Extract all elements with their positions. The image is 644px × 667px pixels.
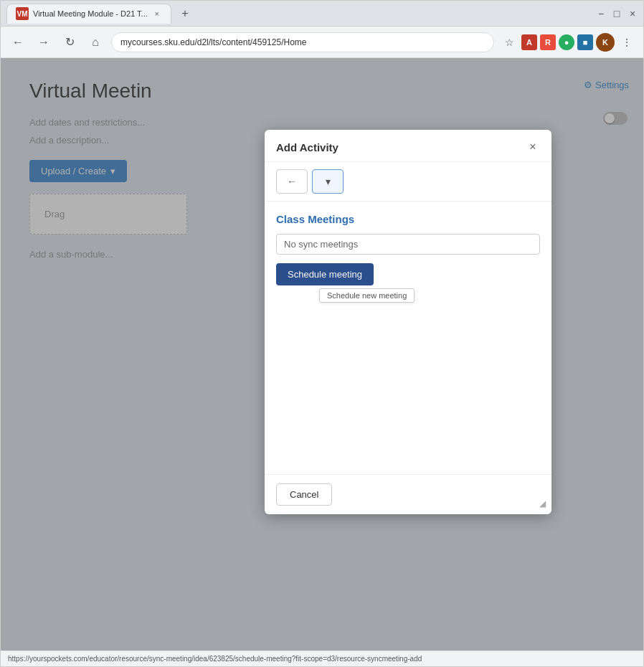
- schedule-tooltip: Schedule new meeting: [319, 288, 415, 303]
- more-options-button[interactable]: ⋮: [617, 33, 636, 52]
- toolbar-icons: ☆ A R ● ■ K ⋮: [500, 33, 636, 52]
- restore-button[interactable]: □: [612, 9, 622, 19]
- bitwarden-extension-icon[interactable]: R: [540, 34, 556, 50]
- tab-favicon: VM: [16, 7, 29, 20]
- address-input[interactable]: [111, 32, 494, 52]
- title-bar: VM Virtual Meeting Module - D21 T... × +…: [1, 1, 643, 27]
- back-button[interactable]: ←: [8, 32, 28, 52]
- minimize-button[interactable]: −: [596, 9, 606, 19]
- window-controls: − □ ×: [596, 9, 638, 19]
- back-arrow-icon: ←: [287, 176, 297, 187]
- status-bar: https://yourspockets.com/educator/resour…: [1, 651, 643, 666]
- section-title: Class Meetings: [276, 213, 540, 225]
- status-url: https://yourspockets.com/educator/resour…: [8, 655, 422, 663]
- tab-close-btn[interactable]: ×: [152, 9, 162, 19]
- tab-selector: ← ▾: [265, 162, 551, 202]
- address-bar: ← → ↻ ⌂ ☆ A R ● ■ K ⋮: [1, 27, 643, 58]
- blue-extension-icon[interactable]: ■: [577, 34, 593, 50]
- modal-body: Class Meetings Schedule meeting Schedule…: [265, 202, 551, 474]
- add-activity-modal: Add Activity × ← ▾ Class Meetings Schedu…: [265, 130, 551, 514]
- resize-handle[interactable]: ◢: [539, 498, 546, 508]
- dropdown-selector-btn[interactable]: ▾: [312, 169, 344, 194]
- modal-footer: Cancel ◢: [265, 474, 551, 514]
- refresh-button[interactable]: ↻: [60, 32, 80, 52]
- browser-tab[interactable]: VM Virtual Meeting Module - D21 T... ×: [6, 4, 171, 24]
- modal-header: Add Activity ×: [265, 130, 551, 162]
- tab-title: Virtual Meeting Module - D21 T...: [33, 9, 148, 18]
- page-content: Virtual Meetin Add dates and restriction…: [1, 58, 643, 651]
- browser-window: VM Virtual Meeting Module - D21 T... × +…: [0, 0, 644, 667]
- back-selector-btn[interactable]: ←: [276, 169, 308, 194]
- modal-title: Add Activity: [276, 141, 338, 153]
- dropdown-icon: ▾: [326, 176, 331, 187]
- adobe-extension-icon[interactable]: A: [521, 34, 537, 50]
- modal-close-button[interactable]: ×: [526, 140, 540, 154]
- forward-button[interactable]: →: [34, 32, 54, 52]
- green-extension-icon[interactable]: ●: [559, 34, 574, 50]
- bookmark-icon[interactable]: ☆: [500, 33, 518, 52]
- new-tab-button[interactable]: +: [176, 4, 194, 23]
- home-button[interactable]: ⌂: [85, 32, 105, 52]
- close-button[interactable]: ×: [628, 9, 638, 19]
- profile-avatar[interactable]: K: [596, 33, 615, 52]
- schedule-meeting-button[interactable]: Schedule meeting: [276, 263, 374, 285]
- meetings-input[interactable]: [276, 234, 540, 255]
- cancel-button[interactable]: Cancel: [276, 483, 332, 506]
